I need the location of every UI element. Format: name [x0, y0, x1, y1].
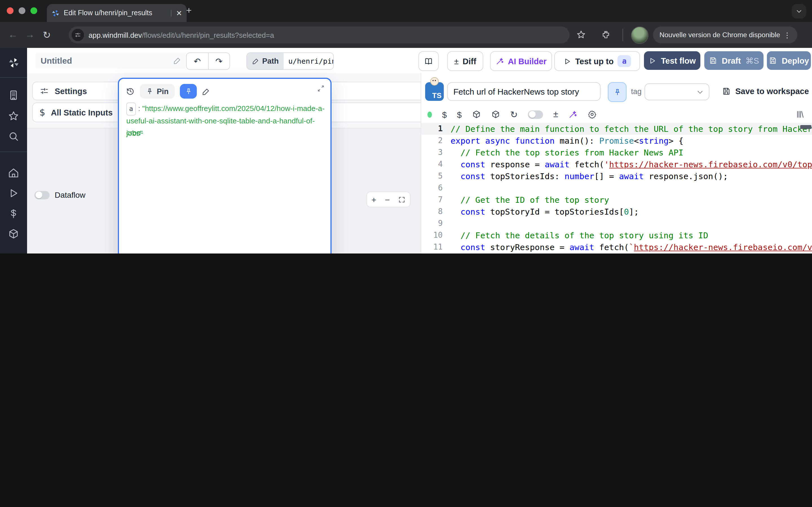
emoji-face-sticker: [430, 77, 439, 86]
sidebar-item-variables[interactable]: [8, 208, 19, 219]
package-icon[interactable]: [472, 110, 481, 119]
variable-dollar-icon[interactable]: $: [442, 110, 447, 119]
pinned-toggle-button[interactable]: [180, 84, 197, 99]
code-line[interactable]: 4 const response = await fetch('https://…: [421, 158, 812, 170]
editor-toggle[interactable]: [528, 110, 543, 119]
code-line[interactable]: 7 // Get the ID of the top story: [421, 194, 812, 206]
editor-icon-row: $ $ ↻ ±: [421, 106, 812, 123]
profile-avatar[interactable]: [631, 26, 649, 44]
zoom-in-icon[interactable]: +: [371, 194, 376, 204]
sidebar-item-favorites[interactable]: [8, 110, 19, 122]
diff-button[interactable]: ±Diff: [447, 51, 483, 71]
editor-settings-gear-icon[interactable]: [588, 110, 597, 119]
resource-dollar-icon[interactable]: $: [457, 110, 462, 119]
step-pin-button[interactable]: [608, 82, 626, 102]
ai-builder-label: AI Builder: [508, 57, 547, 66]
code-line[interactable]: 8 const topStoryId = topStoriesIds[0];: [421, 206, 812, 217]
pin-label: Pin: [157, 87, 168, 96]
sidebar-item-runs[interactable]: [8, 187, 19, 199]
site-settings-icon[interactable]: [71, 29, 84, 41]
code-line[interactable]: 2export async function main(): Promise<s…: [421, 135, 812, 147]
tag-select[interactable]: [645, 83, 709, 100]
forward-icon[interactable]: →: [21, 29, 38, 41]
url-host: app.windmill.dev: [89, 31, 142, 39]
dataflow-toggle[interactable]: [35, 191, 50, 199]
code-line[interactable]: 11 const storyResponse = await fetch(`ht…: [421, 241, 812, 253]
dataflow-label: Dataflow: [55, 190, 86, 200]
back-icon[interactable]: ←: [4, 29, 21, 41]
reload-code-icon[interactable]: ↻: [510, 109, 518, 120]
step-editor-panel: TS Fetch url of HackerNews top story tag…: [421, 73, 812, 253]
test-up-to-button[interactable]: Test up to a: [554, 51, 640, 71]
code-line[interactable]: 3 // Fetch the top stories from Hacker N…: [421, 147, 812, 158]
zoom-out-icon[interactable]: −: [385, 194, 390, 204]
browser-tab-strip: Edit Flow u/henri/pin_results | ✕ +: [0, 0, 812, 22]
docs-book-button[interactable]: [418, 51, 439, 71]
pinned-data-popup: Pin a: "https://www.geoffreylitt.com/202…: [118, 78, 332, 253]
code-line[interactable]: 1// Define the main function to fetch th…: [421, 123, 812, 135]
diff-mode-icon[interactable]: ±: [553, 109, 558, 119]
sidebar-item-resources[interactable]: [8, 228, 19, 239]
bookmark-star-icon[interactable]: [576, 30, 586, 40]
flow-settings-label: Settings: [55, 87, 87, 96]
extensions-icon[interactable]: [601, 30, 611, 40]
redo-button[interactable]: ↷: [208, 53, 230, 69]
address-bar[interactable]: app.windmill.dev/flows/edit/u/henri/pin_…: [69, 26, 569, 43]
path-button[interactable]: Path u/henri/pin: [246, 52, 334, 70]
flow-title-field[interactable]: Untitled: [35, 52, 187, 69]
arg-key-chip: a: [126, 103, 136, 115]
code-line[interactable]: 10 // Fetch the details of the top story…: [421, 229, 812, 241]
code-line[interactable]: 5 const topStoriesIds: number[] = await …: [421, 170, 812, 182]
chrome-menu-kebab-icon[interactable]: ⋮: [783, 31, 791, 39]
draft-label: Draft: [722, 56, 741, 65]
new-tab-button[interactable]: +: [186, 7, 192, 14]
undo-button[interactable]: ↶: [187, 53, 208, 69]
status-dot: [427, 111, 432, 117]
ai-builder-button[interactable]: AI Builder: [490, 51, 552, 71]
save-to-workspace-label: Save to workspace: [735, 87, 809, 96]
code-line[interactable]: 12 const topStory = await storyResponse.…: [421, 253, 812, 253]
pinned-value-line: jobs": [126, 127, 143, 139]
traffic-light-close[interactable]: [7, 7, 13, 14]
reload-icon[interactable]: ↻: [38, 29, 55, 41]
test-flow-button[interactable]: Test flow: [644, 51, 700, 70]
history-icon[interactable]: [126, 87, 135, 96]
traffic-light-minimize[interactable]: [18, 7, 26, 14]
test-flow-label: Test flow: [661, 56, 696, 65]
diff-label: Diff: [463, 57, 476, 66]
step-name-input[interactable]: Fetch url of HackerNews top story: [447, 82, 601, 101]
edit-title-pencil-icon[interactable]: [173, 56, 182, 65]
tab-close-icon[interactable]: ✕: [176, 9, 182, 17]
code-line[interactable]: 6: [421, 182, 812, 194]
save-to-workspace-button[interactable]: Save to workspace: [722, 87, 809, 96]
tab-search-chevron-icon[interactable]: [792, 4, 806, 18]
pinned-value-line: a: "https://www.geoffreylitt.com/2025/04…: [126, 103, 324, 115]
sidebar-item-workspace[interactable]: [8, 90, 19, 101]
package-icon[interactable]: [491, 110, 500, 119]
windmill-logo-icon[interactable]: [8, 57, 19, 68]
deploy-button[interactable]: Deploy: [767, 51, 811, 70]
browser-tab[interactable]: Edit Flow u/henri/pin_results | ✕: [47, 4, 187, 22]
chrome-update-button[interactable]: Nouvelle version de Chrome disponible ⋮: [653, 26, 797, 43]
fit-view-icon[interactable]: [398, 196, 406, 203]
path-label: Path: [262, 57, 279, 65]
expand-popup-icon[interactable]: [317, 84, 325, 93]
editor-scrollbar-thumb[interactable]: [800, 125, 811, 129]
code-line[interactable]: 9: [421, 217, 812, 229]
sidebar-item-home[interactable]: [8, 167, 19, 179]
app-sidebar: [0, 48, 27, 253]
test-up-to-step-badge: a: [617, 55, 631, 67]
sidebar-item-search[interactable]: [8, 131, 19, 142]
edit-pin-pencil-icon[interactable]: [202, 87, 210, 96]
code-editor[interactable]: 1// Define the main function to fetch th…: [421, 123, 812, 253]
draft-button[interactable]: Draft ⌘S: [704, 51, 763, 70]
flow-toolbar: Untitled ↶↷ Path u/henri/pin ⋮ ±Diff AI …: [27, 48, 812, 74]
assistant-panel-icon[interactable]: [796, 110, 805, 119]
chrome-update-label: Nouvelle version de Chrome disponible: [659, 31, 780, 39]
flow-title-text: Untitled: [41, 56, 72, 65]
pin-button[interactable]: Pin: [140, 84, 175, 99]
traffic-light-zoom[interactable]: [31, 7, 37, 14]
ai-wand-icon[interactable]: [568, 110, 577, 119]
dataflow-toggle-row: Dataflow: [35, 190, 86, 200]
tab-title: Edit Flow u/henri/pin_results: [64, 9, 166, 17]
